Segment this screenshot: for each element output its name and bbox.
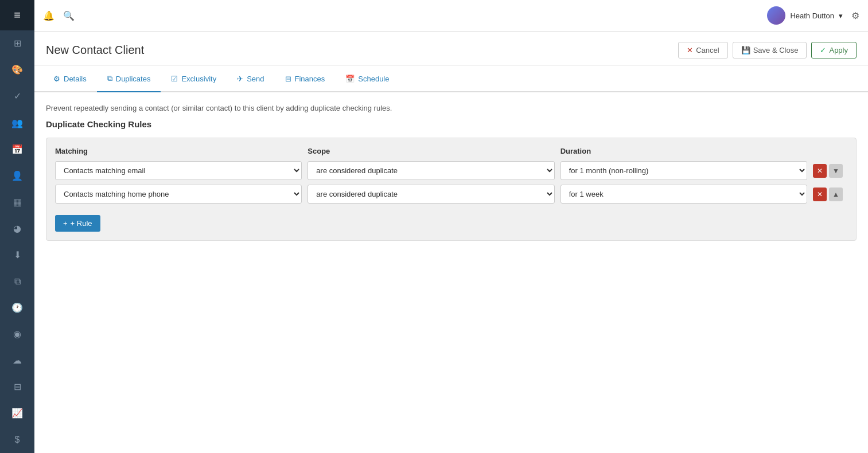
header-actions: ✕ Cancel 💾 Save & Close ✓ Apply <box>678 42 857 58</box>
sidebar-item-person[interactable]: 👤 <box>0 162 34 189</box>
delete-rule-2-button[interactable]: ✕ <box>813 188 827 201</box>
page-header: New Contact Client ✕ Cancel 💾 Save & Clo… <box>34 32 868 66</box>
table-row: Contacts matching email Contacts matchin… <box>55 161 847 180</box>
sidebar-item-graph[interactable]: 📈 <box>0 400 34 427</box>
sidebar-item-clock[interactable]: 🕐 <box>0 295 34 321</box>
sidebar-item-download[interactable]: ⬇ <box>0 241 34 268</box>
send-tab-icon: ✈ <box>237 75 243 83</box>
download-icon: ⬇ <box>14 249 21 260</box>
duration-select-2[interactable]: for 1 week for 2 weeks for 1 month (non-… <box>560 185 807 204</box>
user-menu[interactable]: Heath Dutton ▾ <box>767 6 843 25</box>
sidebar-logo-button[interactable]: ≡ <box>0 0 34 30</box>
cloud-icon: ☁ <box>13 355 22 366</box>
duration-select-1[interactable]: for 1 week for 2 weeks for 1 month (non-… <box>560 161 807 180</box>
delete-rule-1-button[interactable]: ✕ <box>813 164 827 178</box>
palette-icon: 🎨 <box>11 64 23 75</box>
main-area: 🔔 🔍 Heath Dutton ▾ ⚙ New Contact Client … <box>34 0 868 453</box>
graph-icon: 📈 <box>11 408 23 419</box>
matching-header: Matching <box>55 147 302 155</box>
exclusivity-tab-icon: ☑ <box>171 75 178 83</box>
check-icon: ✓ <box>14 91 21 101</box>
rules-table: Matching Scope Duration Contacts matchin… <box>46 138 857 241</box>
scope-select-2[interactable]: are considered duplicate are not conside… <box>308 185 554 204</box>
content-area: New Contact Client ✕ Cancel 💾 Save & Clo… <box>34 32 868 453</box>
search-icon[interactable]: 🔍 <box>63 10 75 21</box>
main-content: Prevent repeatedly sending a contact (or… <box>34 92 868 453</box>
tabs-bar: ⚙ Details ⧉ Duplicates ☑ Exclusivity ✈ S… <box>34 66 868 92</box>
apply-button[interactable]: ✓ Apply <box>811 42 857 58</box>
rss-icon: ◉ <box>13 329 21 339</box>
tab-finances[interactable]: ⊟ Finances <box>275 66 336 92</box>
dollar-icon: $ <box>15 435 20 445</box>
grid-icon: ⊞ <box>14 38 21 49</box>
users-icon: 👥 <box>11 118 23 128</box>
sidebar: ≡ ⊞ 🎨 ✓ 👥 📅 👤 ▦ ◕ ⬇ ⧉ 🕐 ◉ ☁ ⊟ 📈 $ <box>0 0 34 453</box>
topbar: 🔔 🔍 Heath Dutton ▾ ⚙ <box>34 0 868 32</box>
topbar-left: 🔔 🔍 <box>43 10 75 21</box>
finances-tab-icon: ⊟ <box>285 75 291 83</box>
table-row: Contacts matching email Contacts matchin… <box>55 185 847 204</box>
tab-schedule[interactable]: 📅 Schedule <box>335 66 399 92</box>
bar-chart-icon: ▦ <box>13 197 22 208</box>
cancel-button[interactable]: ✕ Cancel <box>678 42 727 58</box>
matching-select-2[interactable]: Contacts matching email Contacts matchin… <box>55 185 302 204</box>
calendar-icon: 📅 <box>11 144 23 155</box>
gear-icon[interactable]: ⚙ <box>851 10 859 21</box>
sidebar-item-piechart[interactable]: ◕ <box>0 215 34 241</box>
rule-1-actions: ✕ ▼ <box>813 164 847 178</box>
rules-header-row: Matching Scope Duration <box>55 147 847 161</box>
save-icon: 💾 <box>741 46 750 54</box>
move-down-rule-1-button[interactable]: ▼ <box>829 164 843 178</box>
matching-select-1[interactable]: Contacts matching email Contacts matchin… <box>55 161 302 180</box>
rule-2-actions: ✕ ▲ <box>813 188 847 201</box>
details-tab-icon: ⚙ <box>53 75 60 83</box>
sidebar-item-palette[interactable]: 🎨 <box>0 57 34 83</box>
save-close-button[interactable]: 💾 Save & Close <box>733 42 807 58</box>
person-icon: 👤 <box>11 170 23 181</box>
add-rule-button[interactable]: + + Rule <box>55 215 100 232</box>
sidebar-item-table[interactable]: ⊟ <box>0 374 34 400</box>
move-up-rule-2-button[interactable]: ▲ <box>829 188 843 201</box>
avatar <box>767 6 785 25</box>
section-title: Duplicate Checking Rules <box>46 119 857 129</box>
sidebar-item-grid[interactable]: ⊞ <box>0 30 34 57</box>
schedule-tab-icon: 📅 <box>345 75 355 83</box>
checkmark-icon: ✓ <box>820 46 826 54</box>
tab-exclusivity[interactable]: ☑ Exclusivity <box>161 66 227 92</box>
scope-select-1[interactable]: are considered duplicate are not conside… <box>308 161 554 180</box>
clock-icon: 🕐 <box>11 302 23 313</box>
sidebar-item-barchart[interactable]: ▦ <box>0 189 34 215</box>
pie-chart-icon: ◕ <box>13 223 21 234</box>
sidebar-item-dollar[interactable]: $ <box>0 427 34 453</box>
tab-details[interactable]: ⚙ Details <box>43 66 97 92</box>
duration-header: Duration <box>560 147 807 155</box>
scope-header: Scope <box>308 147 554 155</box>
sidebar-item-calendar[interactable]: 📅 <box>0 136 34 162</box>
tab-send[interactable]: ✈ Send <box>227 66 274 92</box>
table-icon: ⊟ <box>14 381 21 392</box>
user-name: Heath Dutton <box>790 11 834 20</box>
dropdown-arrow-icon: ▾ <box>839 11 843 20</box>
plus-icon: + <box>63 219 68 228</box>
sidebar-item-check[interactable]: ✓ <box>0 83 34 110</box>
tab-duplicates[interactable]: ⧉ Duplicates <box>97 66 161 92</box>
duplicates-tab-icon: ⧉ <box>107 74 112 83</box>
puzzle-icon: ⧉ <box>14 276 21 287</box>
menu-icon: ≡ <box>14 9 21 22</box>
topbar-right: Heath Dutton ▾ ⚙ <box>767 6 859 25</box>
sidebar-item-puzzle[interactable]: ⧉ <box>0 268 34 295</box>
description-text: Prevent repeatedly sending a contact (or… <box>46 104 857 112</box>
sidebar-item-rss[interactable]: ◉ <box>0 321 34 347</box>
sidebar-item-cloud[interactable]: ☁ <box>0 347 34 374</box>
sidebar-item-users[interactable]: 👥 <box>0 110 34 136</box>
bell-icon[interactable]: 🔔 <box>43 10 55 21</box>
page-title: New Contact Client <box>46 44 144 57</box>
x-icon: ✕ <box>687 46 693 54</box>
